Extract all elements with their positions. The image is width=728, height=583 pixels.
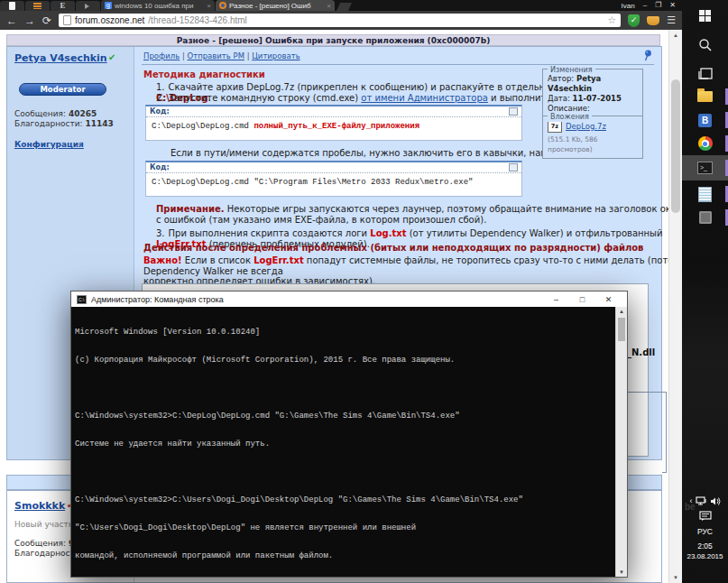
task-view-button[interactable] xyxy=(682,61,728,85)
attachment-link[interactable]: DepLog.7z xyxy=(566,122,606,132)
browser-toolbar: ← → ⟳ forum.oszone.net /thread-152843-42… xyxy=(0,11,682,30)
tray-row: ‹ xyxy=(682,495,728,507)
cmd-close-button[interactable]: ✕ xyxy=(595,295,622,304)
tab-google-search[interactable]: g windows 10 ошибка при × xyxy=(101,0,215,11)
tab-close-icon[interactable]: × xyxy=(327,2,331,10)
windows-logo-icon xyxy=(699,10,711,22)
configuration-link[interactable]: Конфигурация xyxy=(14,140,84,149)
cmd-window[interactable]: C:\ Администратор: Командная строка – □ … xyxy=(70,291,628,578)
clock-date[interactable]: 23.08.2015 xyxy=(682,552,728,560)
orange-bars-icon xyxy=(33,3,41,9)
cmd-window-controls: – □ ✕ xyxy=(543,295,622,304)
extension-basket-icon[interactable] xyxy=(647,16,659,25)
attachment-meta: (515.1 Kb, 586 просмотров) xyxy=(548,134,638,154)
code-box-1: Код: C:\DepLog\DepLog.cmd полный_путь_к_… xyxy=(145,105,522,141)
gray-check-icon: ✓ xyxy=(76,140,83,149)
pinned-tab-orange[interactable] xyxy=(25,1,50,11)
back-icon[interactable]: ← xyxy=(6,14,17,27)
blue-app-button[interactable]: B xyxy=(682,108,728,132)
cmd-title-bar[interactable]: C:\ Администратор: Командная строка – □ … xyxy=(71,292,627,307)
code-expand-icon[interactable] xyxy=(509,163,518,171)
start-button[interactable] xyxy=(682,4,728,27)
browser-scrollbar[interactable]: ▲ ▼ xyxy=(668,30,682,583)
file-explorer-button[interactable] xyxy=(682,85,728,108)
cmd-minimize-button[interactable]: – xyxy=(543,295,569,304)
profile-link[interactable]: Профиль xyxy=(143,51,180,60)
messages-stat: Сообщения: 40265 xyxy=(14,109,97,118)
admin-link[interactable]: от имени Администратора xyxy=(361,93,488,103)
address-bar[interactable]: forum.oszone.net /thread-152843-426.html… xyxy=(59,14,621,27)
restore-button[interactable]: ❐ xyxy=(655,0,661,11)
send-pm-link[interactable]: Отправить PM xyxy=(188,51,244,60)
caption-controls: Ivan – ❐ ✕ xyxy=(615,0,682,11)
forward-icon[interactable]: → xyxy=(24,14,35,27)
tab-label: windows 10 ошибка при xyxy=(115,2,204,10)
profile-name[interactable]: Ivan xyxy=(622,2,635,10)
oszone-favicon xyxy=(219,2,226,9)
action-center-button[interactable] xyxy=(682,510,728,523)
moderator-badge: Moderator xyxy=(19,83,106,96)
search-button[interactable] xyxy=(682,32,728,56)
scroll-down-icon[interactable]: ▼ xyxy=(616,569,627,575)
gray-app-button[interactable] xyxy=(682,206,728,229)
tab-forum-active[interactable]: Разное - [решено] Ошиб × xyxy=(216,0,335,11)
thanks-stat: Благодарности: 11143 xyxy=(14,119,114,128)
pinned-tab-e[interactable]: E xyxy=(51,1,75,11)
tab-strip: E g windows 10 ошибка при × Разное - [ре… xyxy=(0,0,682,11)
action-center-icon xyxy=(699,511,712,522)
chrome-icon xyxy=(698,136,713,151)
scrollbar-thumb[interactable] xyxy=(671,79,680,213)
language-indicator[interactable]: РУС xyxy=(682,527,728,536)
url-path: /thread-152843-426.html xyxy=(148,15,604,25)
scroll-up-icon[interactable]: ▲ xyxy=(616,309,627,314)
author-link[interactable]: Smokkkk xyxy=(14,500,65,512)
url-host: forum.oszone.net xyxy=(75,15,144,25)
dll-fragment: _N.dll xyxy=(627,347,655,357)
blue-app-icon: B xyxy=(698,114,712,127)
chrome-button[interactable] xyxy=(682,132,728,155)
cmd-title: Администратор: Командная строка xyxy=(91,295,224,304)
pin-icon[interactable] xyxy=(643,50,652,61)
cmd-taskbar-button[interactable]: >_ xyxy=(682,155,728,180)
minimize-button[interactable]: – xyxy=(643,0,647,11)
scrollbar-thumb[interactable] xyxy=(618,318,625,341)
cmd-maximize-button[interactable]: □ xyxy=(569,295,595,304)
code-box-2: Код: C:\DepLog\DepLog.cmd "C:\Program Fi… xyxy=(145,161,522,197)
post-heading: Методика диагностики xyxy=(143,69,265,79)
scroll-up-icon[interactable]: ▲ xyxy=(669,32,682,38)
notepad-button[interactable] xyxy=(682,182,728,206)
e-letter-icon: E xyxy=(60,2,65,10)
network-icon[interactable] xyxy=(696,496,707,506)
cmd-scrollbar[interactable]: ▲ ▼ xyxy=(615,307,627,577)
tab-label: Разное - [решено] Ошиб xyxy=(229,2,324,10)
quotes-note: Если в пути/имени содержатся пробелы, ну… xyxy=(170,148,579,158)
pinned-tab-muted[interactable] xyxy=(76,1,100,11)
cmd-icon: >_ xyxy=(697,162,713,174)
task-view-icon xyxy=(698,68,713,79)
volume-icon[interactable] xyxy=(710,496,721,506)
browser-menu-icon[interactable]: ☰ xyxy=(667,14,676,26)
tab-close-icon[interactable]: × xyxy=(207,2,211,10)
code-expand-icon[interactable] xyxy=(509,107,518,116)
clock-time[interactable]: 2:05 xyxy=(682,541,728,551)
refresh-icon[interactable]: ⟳ xyxy=(42,14,51,27)
taskbar: B >_ be ‹ РУС 2:05 23.08.201 xyxy=(682,0,728,583)
pinned-tab-document[interactable] xyxy=(0,1,24,11)
folder-icon xyxy=(697,91,713,102)
cmd-icon: C:\ xyxy=(77,295,87,304)
thread-title-bar: Разное - [решено] Ошибка при запуске при… xyxy=(6,34,660,46)
scroll-down-icon[interactable]: ▼ xyxy=(669,575,682,580)
attachments-box: Вложения 7z DepLog.7z (515.1 Kb, 586 про… xyxy=(542,116,643,159)
close-button[interactable]: ✕ xyxy=(669,0,676,11)
post-heading-2: Действия после определения проблемных (б… xyxy=(143,243,643,253)
new-tab-button[interactable] xyxy=(336,3,352,11)
quote-link[interactable]: Цитировать xyxy=(252,51,299,60)
screen: E g windows 10 ошибка при × Разное - [ре… xyxy=(0,0,728,583)
tray-chevron-icon[interactable]: ‹ xyxy=(690,496,693,505)
page-icon xyxy=(63,15,71,25)
antivirus-shield-icon[interactable]: ✓ xyxy=(628,14,640,27)
cmd-output: Microsoft Windows [Version 10.0.10240] (… xyxy=(71,307,615,577)
author-link[interactable]: Petya V4sechkin xyxy=(14,52,107,64)
bookmark-star-icon[interactable]: ☆ xyxy=(607,14,616,26)
7z-file-icon: 7z xyxy=(548,121,562,133)
